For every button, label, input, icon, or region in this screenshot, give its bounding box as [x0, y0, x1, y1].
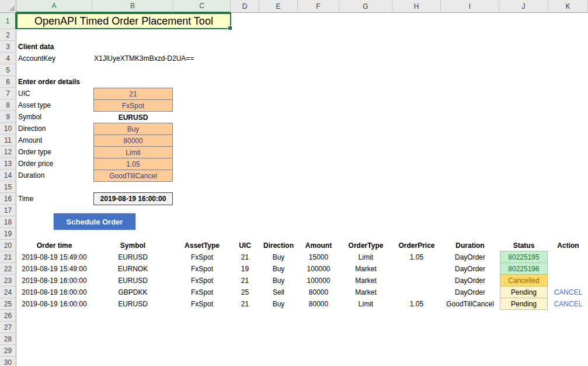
column-header-E[interactable]: E	[259, 0, 298, 13]
cell-order-price	[392, 263, 441, 275]
row-header-30[interactable]: 30	[0, 357, 16, 366]
field-value-amount[interactable]: 80000	[93, 134, 173, 147]
row-header-24[interactable]: 24	[0, 286, 16, 298]
schedule-order-button[interactable]: Schedule Order	[54, 213, 135, 230]
row-header-10[interactable]: 10	[0, 123, 16, 134]
row-header-23[interactable]: 23	[0, 275, 16, 286]
field-value-duration[interactable]: GoodTillCancel	[93, 170, 173, 182]
cell-duration: DayOrder	[441, 275, 499, 286]
orders-header-direction: Direction	[259, 240, 298, 251]
row-header-12[interactable]: 12	[0, 146, 16, 158]
select-all-corner[interactable]	[0, 0, 16, 13]
cell-asset-type: FxSpot	[173, 263, 231, 275]
row-header-8[interactable]: 8	[0, 99, 16, 111]
column-header-F[interactable]: F	[298, 0, 339, 13]
column-header-I[interactable]: I	[441, 0, 499, 13]
cell-action	[548, 251, 588, 263]
orders-header-symbol: Symbol	[92, 240, 173, 251]
row-header-19[interactable]: 19	[0, 228, 16, 240]
row-header-25[interactable]: 25	[0, 298, 16, 310]
row-header-5[interactable]: 5	[0, 64, 16, 76]
column-header-H[interactable]: H	[392, 0, 441, 13]
cell-order-time: 2019-08-19 16:00:00	[16, 298, 92, 310]
cell-duration: DayOrder	[441, 251, 499, 263]
cell-amount: 80000	[298, 298, 339, 310]
row-header-28[interactable]: 28	[0, 333, 16, 345]
row-header-2[interactable]: 2	[0, 29, 16, 41]
row-header-7[interactable]: 7	[0, 88, 16, 99]
column-header-B[interactable]: B	[92, 0, 173, 13]
cell-symbol: EURNOK	[92, 263, 173, 275]
cell-direction: Sell	[259, 286, 298, 298]
field-value-asset-type[interactable]: FxSpot	[93, 99, 173, 112]
column-header-G[interactable]: G	[339, 0, 392, 13]
cell-status: Pending	[499, 298, 548, 310]
cell-status: Pending	[499, 286, 548, 298]
column-header-D[interactable]: D	[231, 0, 259, 13]
row-header-16[interactable]: 16	[0, 193, 16, 205]
cell-status: 80225195	[499, 251, 548, 263]
row-header-27[interactable]: 27	[0, 322, 16, 333]
field-value-uic[interactable]: 21	[93, 88, 173, 100]
row-header-20[interactable]: 20	[0, 240, 16, 251]
field-label-uic: UIC	[18, 88, 30, 99]
row-header-1[interactable]: 1	[0, 13, 16, 29]
row-header-9[interactable]: 9	[0, 111, 16, 123]
page-title: OpenAPI Timed Order Placement Tool	[34, 15, 213, 27]
column-header-J[interactable]: J	[499, 0, 548, 13]
row-header-15[interactable]: 15	[0, 181, 16, 193]
orders-header-order-time: Order time	[16, 240, 92, 251]
cell-order-type: Market	[339, 263, 392, 275]
row-header-22[interactable]: 22	[0, 263, 16, 275]
cell-order-time: 2019-08-19 16:00:00	[16, 275, 92, 286]
row-header-6[interactable]: 6	[0, 76, 16, 88]
row-header-13[interactable]: 13	[0, 158, 16, 170]
cell-status: Cancelled	[499, 275, 548, 286]
row-header-3[interactable]: 3	[0, 41, 16, 53]
client-data-section-label: Client data	[18, 41, 54, 53]
cell-symbol: EURUSD	[92, 251, 173, 263]
row-header-21[interactable]: 21	[0, 251, 16, 263]
field-value-symbol[interactable]: EURUSD	[93, 111, 173, 123]
cell-uic: 19	[231, 263, 259, 275]
row-header-4[interactable]: 4	[0, 53, 16, 64]
orders-header-uic: UIC	[231, 240, 259, 251]
cell-order-time: 2019-08-19 15:49:00	[16, 251, 92, 263]
order-details-section-label: Enter order details	[18, 76, 80, 88]
cancel-order-link[interactable]: CANCEL	[554, 288, 583, 296]
cell-order-price: 1.05	[392, 251, 441, 263]
row-header-26[interactable]: 26	[0, 310, 16, 322]
cancel-order-link[interactable]: CANCEL	[554, 300, 583, 308]
field-value-order-type[interactable]: Limit	[93, 146, 173, 158]
column-headers: ABCDEFGHIJK	[16, 0, 588, 13]
table-row: 2019-08-19 15:49:00EURUSDFxSpot21Buy1500…	[16, 251, 588, 263]
table-row: 2019-08-19 16:00:00EURUSDFxSpot21Buy8000…	[16, 298, 588, 310]
column-header-C[interactable]: C	[173, 0, 231, 13]
title-cell[interactable]: OpenAPI Timed Order Placement Tool	[16, 13, 231, 29]
row-header-17[interactable]: 17	[0, 205, 16, 216]
column-header-A[interactable]: A	[16, 0, 92, 13]
row-header-18[interactable]: 18	[0, 216, 16, 228]
orders-header-orderprice: OrderPrice	[392, 240, 441, 251]
cell-order-price: 1.05	[392, 298, 441, 310]
cell-order-type: Market	[339, 275, 392, 286]
field-label-amount: Amount	[18, 134, 42, 146]
row-header-14[interactable]: 14	[0, 170, 16, 181]
field-value-order-price[interactable]: 1.05	[93, 158, 173, 170]
time-label: Time	[18, 193, 33, 205]
time-value-cell[interactable]: 2019-08-19 16:00:00	[93, 192, 173, 205]
cell-order-type: Limit	[339, 298, 392, 310]
status-badge: 80225195	[500, 251, 548, 263]
cell-order-type: Market	[339, 286, 392, 298]
table-row: 2019-08-19 16:00:00GBPDKKFxSpot25Sell800…	[16, 286, 588, 298]
field-value-direction[interactable]: Buy	[93, 123, 173, 135]
cell-action	[548, 263, 588, 275]
account-key-value[interactable]: X1JlUyeXTMK3mBxzd-D2UA==	[94, 53, 194, 64]
account-key-label: AccountKey	[18, 53, 55, 64]
selection-handle[interactable]	[228, 26, 232, 30]
column-header-K[interactable]: K	[548, 0, 588, 13]
row-header-11[interactable]: 11	[0, 134, 16, 146]
field-label-symbol: Symbol	[18, 111, 41, 123]
row-header-29[interactable]: 29	[0, 345, 16, 357]
cell-amount: 80000	[298, 286, 339, 298]
